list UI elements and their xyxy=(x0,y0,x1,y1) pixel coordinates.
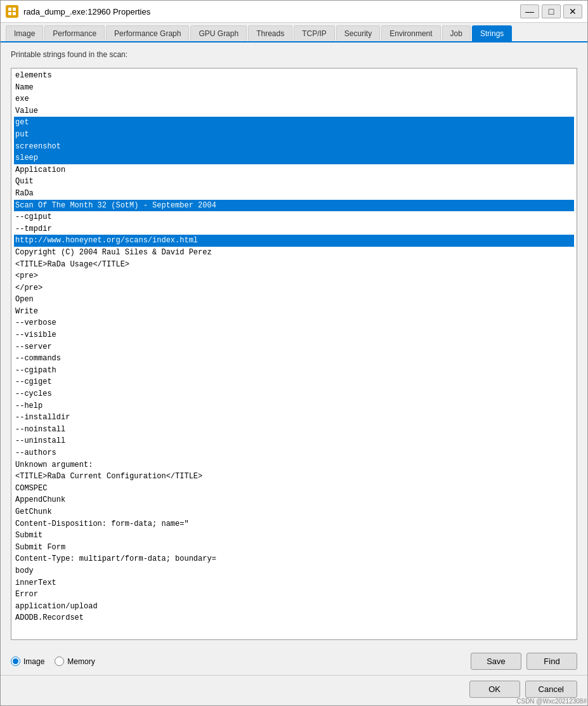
string-line-21[interactable]: --verbose xyxy=(14,317,574,329)
string-line-13[interactable]: --tmpdir xyxy=(14,223,574,235)
string-line-19[interactable]: Open xyxy=(14,294,574,306)
string-line-1[interactable]: Name xyxy=(14,82,574,94)
radio-memory-input[interactable] xyxy=(55,657,64,666)
title-bar: rada_dump_.exe:12960 Properties — □ ✕ xyxy=(1,1,587,23)
tab-image[interactable]: Image xyxy=(6,25,43,41)
string-line-7[interactable]: sleep xyxy=(14,152,574,164)
string-line-42[interactable]: body xyxy=(14,565,574,577)
ok-button[interactable]: OK xyxy=(469,681,520,698)
svg-rect-1 xyxy=(13,8,16,11)
svg-rect-0 xyxy=(8,8,11,11)
radio-group: Image Memory xyxy=(11,657,461,666)
window-controls: — □ ✕ xyxy=(520,4,582,18)
string-line-36[interactable]: AppendChunk xyxy=(14,494,574,506)
string-line-3[interactable]: Value xyxy=(14,105,574,117)
dialog-footer: OK Cancel xyxy=(1,675,587,705)
strings-listbox[interactable]: elementsNameexeValuegetputscreenshotslee… xyxy=(11,68,577,640)
string-line-10[interactable]: RaDa xyxy=(14,188,574,200)
minimize-button[interactable]: — xyxy=(520,4,539,18)
radio-memory-label: Memory xyxy=(67,657,95,666)
string-line-9[interactable]: Quit xyxy=(14,176,574,188)
restore-button[interactable]: □ xyxy=(542,4,561,18)
string-line-5[interactable]: put xyxy=(14,129,574,141)
string-line-45[interactable]: application/upload xyxy=(14,601,574,613)
string-line-16[interactable]: <TITLE>RaDa Usage</TITLE> xyxy=(14,259,574,271)
main-window: rada_dump_.exe:12960 Properties — □ ✕ Im… xyxy=(0,0,588,706)
tab-performance-graph[interactable]: Performance Graph xyxy=(106,25,189,41)
string-line-26[interactable]: --cgiget xyxy=(14,376,574,388)
string-line-0[interactable]: elements xyxy=(14,70,574,82)
close-button[interactable]: ✕ xyxy=(563,4,582,18)
tab-gpu-graph[interactable]: GPU Graph xyxy=(190,25,247,41)
string-line-8[interactable]: Application xyxy=(14,164,574,176)
string-line-35[interactable]: COMSPEC xyxy=(14,483,574,495)
content-area: Printable strings found in the scan: ele… xyxy=(1,42,587,648)
string-line-33[interactable]: Unknown argument: xyxy=(14,459,574,471)
string-line-27[interactable]: --cycles xyxy=(14,388,574,400)
radio-image-label: Image xyxy=(23,657,44,666)
string-line-44[interactable]: Error xyxy=(14,589,574,601)
string-line-28[interactable]: --help xyxy=(14,400,574,412)
string-line-4[interactable]: get xyxy=(14,117,574,129)
svg-rect-2 xyxy=(8,12,11,15)
svg-rect-3 xyxy=(13,12,16,15)
watermark: CSDN @Wxc20212308# xyxy=(516,698,587,705)
cancel-button[interactable]: Cancel xyxy=(525,681,577,698)
string-line-29[interactable]: --installdir xyxy=(14,412,574,424)
string-line-14[interactable]: http://www.honeynet.org/scans/index.html xyxy=(14,235,574,247)
save-button[interactable]: Save xyxy=(471,653,521,670)
string-line-2[interactable]: exe xyxy=(14,93,574,105)
string-line-6[interactable]: screenshot xyxy=(14,141,574,153)
tab-environment[interactable]: Environment xyxy=(381,25,440,41)
window-title: rada_dump_.exe:12960 Properties xyxy=(23,7,515,16)
string-line-11[interactable]: Scan Of The Month 32 (SotM) - September … xyxy=(14,200,574,212)
string-line-22[interactable]: --visible xyxy=(14,329,574,341)
string-line-38[interactable]: Content-Disposition: form-data; name=" xyxy=(14,518,574,530)
string-line-34[interactable]: <TITLE>RaDa Current Configuration</TITLE… xyxy=(14,471,574,483)
radio-image[interactable]: Image xyxy=(11,657,44,666)
tab-security[interactable]: Security xyxy=(336,25,380,41)
app-icon xyxy=(6,5,18,18)
action-buttons: Save Find xyxy=(471,653,577,670)
tab-threads[interactable]: Threads xyxy=(248,25,292,41)
string-line-32[interactable]: --authors xyxy=(14,447,574,459)
string-line-40[interactable]: Submit Form xyxy=(14,542,574,554)
find-button[interactable]: Find xyxy=(526,653,577,670)
string-line-43[interactable]: innerText xyxy=(14,577,574,589)
bottom-controls: Image Memory Save Find xyxy=(1,648,587,675)
string-line-30[interactable]: --noinstall xyxy=(14,424,574,436)
string-line-17[interactable]: <pre> xyxy=(14,270,574,282)
string-line-39[interactable]: Submit xyxy=(14,530,574,542)
string-line-41[interactable]: Content-Type: multipart/form-data; bound… xyxy=(14,553,574,565)
string-line-25[interactable]: --cgipath xyxy=(14,365,574,377)
radio-image-input[interactable] xyxy=(11,657,20,666)
radio-memory[interactable]: Memory xyxy=(55,657,95,666)
string-line-46[interactable]: ADODB.Recordset xyxy=(14,612,574,624)
section-label: Printable strings found in the scan: xyxy=(11,50,577,59)
tab-bar: ImagePerformancePerformance GraphGPU Gra… xyxy=(1,23,587,42)
tab-performance[interactable]: Performance xyxy=(44,25,105,41)
tab-job[interactable]: Job xyxy=(442,25,471,41)
string-line-15[interactable]: Copyright (C) 2004 Raul Siles & David Pe… xyxy=(14,247,574,259)
string-line-37[interactable]: GetChunk xyxy=(14,506,574,518)
string-line-12[interactable]: --cgiput xyxy=(14,211,574,223)
string-line-23[interactable]: --server xyxy=(14,341,574,353)
string-line-18[interactable]: </pre> xyxy=(14,282,574,294)
tab-strings[interactable]: Strings xyxy=(472,25,512,41)
string-line-24[interactable]: --commands xyxy=(14,353,574,365)
string-line-20[interactable]: Write xyxy=(14,306,574,318)
string-line-31[interactable]: --uninstall xyxy=(14,435,574,447)
tab-tcp/ip[interactable]: TCP/IP xyxy=(294,25,335,41)
